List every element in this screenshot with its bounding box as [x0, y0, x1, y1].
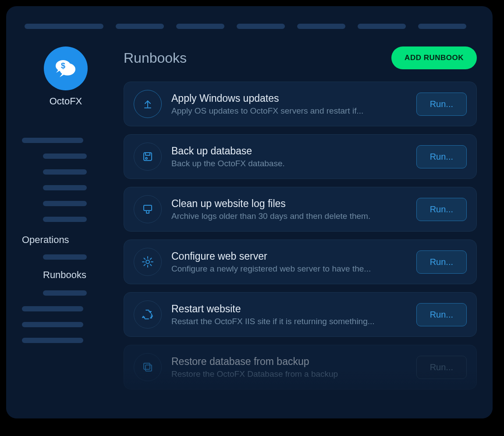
run-button[interactable]: Run...	[416, 250, 467, 274]
main-header: Runbooks ADD RUNBOOK	[124, 46, 477, 69]
runbook-description: Archive logs older than 30 days and then…	[171, 211, 407, 221]
runbook-info: Configure web serverConfigure a newly re…	[171, 250, 407, 274]
sidebar-section-operations[interactable]: Operations	[22, 231, 110, 249]
add-runbook-button[interactable]: ADD RUNBOOK	[391, 46, 477, 69]
nav-placeholder	[237, 24, 285, 29]
gear-icon	[134, 248, 162, 276]
run-button[interactable]: Run...	[416, 303, 467, 326]
svg-rect-4	[146, 153, 150, 155]
runbook-title: Restart website	[171, 303, 407, 315]
project-avatar[interactable]: $	[44, 46, 88, 90]
runbook-title: Restore database from backup	[171, 356, 407, 368]
upload-icon	[134, 90, 162, 118]
runbook-card[interactable]: Clean up website log filesArchive logs o…	[124, 187, 477, 232]
save-icon	[134, 143, 162, 171]
nav-placeholder	[43, 254, 87, 260]
svg-point-5	[146, 157, 147, 159]
run-button[interactable]: Run...	[416, 93, 467, 116]
runbook-card[interactable]: Configure web serverConfigure a newly re…	[124, 239, 477, 284]
runbook-card[interactable]: Restart websiteRestart the OctoFX IIS si…	[124, 292, 477, 337]
run-button[interactable]: Run...	[416, 145, 467, 168]
runbook-title: Configure web server	[171, 250, 407, 262]
runbook-description: Apply OS updates to OctoFX servers and r…	[171, 106, 407, 116]
sidebar: $ OctoFX Operations Runbooks	[22, 46, 110, 405]
nav-placeholder	[22, 138, 83, 143]
nav-placeholder	[22, 322, 83, 327]
svg-rect-8	[144, 363, 150, 369]
nav-placeholder	[43, 201, 87, 206]
nav-placeholder	[176, 24, 224, 29]
runbook-card[interactable]: Restore database from backupRestore the …	[124, 345, 477, 390]
nav-placeholder	[22, 338, 83, 343]
svg-rect-6	[144, 205, 152, 211]
runbook-description: Back up the OctoFX database.	[171, 159, 407, 168]
runbook-title: Apply Windows updates	[171, 93, 407, 104]
nav-placeholder	[25, 24, 103, 29]
recycle-icon	[134, 300, 162, 329]
nav-placeholder	[43, 185, 87, 190]
brush-icon	[134, 195, 162, 223]
svg-rect-3	[144, 153, 152, 161]
svg-point-7	[146, 260, 149, 264]
nav-placeholder	[43, 154, 87, 159]
copy-icon	[134, 353, 162, 381]
top-nav	[6, 6, 493, 29]
nav-placeholder	[358, 24, 406, 29]
nav-placeholder	[43, 217, 87, 222]
runbook-card[interactable]: Apply Windows updatesApply OS updates to…	[124, 82, 477, 126]
runbook-info: Back up databaseBack up the OctoFX datab…	[171, 145, 407, 168]
main-content: Runbooks ADD RUNBOOK Apply Windows updat…	[114, 46, 477, 405]
runbook-description: Restore the OctoFX Database from a backu…	[171, 369, 407, 379]
runbook-info: Apply Windows updatesApply OS updates to…	[171, 93, 407, 116]
nav-placeholder	[43, 169, 87, 175]
runbook-title: Back up database	[171, 145, 407, 157]
runbook-description: Configure a newly registered web server …	[171, 264, 407, 274]
svg-rect-9	[146, 365, 152, 371]
runbook-title: Clean up website log files	[171, 198, 407, 210]
runbook-info: Clean up website log filesArchive logs o…	[171, 198, 407, 221]
run-button[interactable]: Run...	[416, 356, 467, 379]
runbook-description: Restart the OctoFX IIS site if it is ret…	[171, 317, 407, 326]
nav-placeholder	[22, 306, 83, 311]
chat-dollar-icon: $	[53, 56, 78, 81]
project-name: OctoFX	[22, 96, 110, 107]
svg-text:$: $	[61, 61, 65, 70]
app-window: $ OctoFX Operations Runbooks Runbooks AD…	[6, 6, 493, 418]
runbook-info: Restore database from backupRestore the …	[171, 356, 407, 379]
runbook-info: Restart websiteRestart the OctoFX IIS si…	[171, 303, 407, 326]
runbook-card[interactable]: Back up databaseBack up the OctoFX datab…	[124, 134, 477, 179]
run-button[interactable]: Run...	[416, 198, 467, 221]
sidebar-item-runbooks[interactable]: Runbooks	[22, 266, 110, 284]
nav-placeholder	[116, 24, 164, 29]
nav-placeholder	[43, 290, 87, 296]
nav-placeholder	[418, 24, 466, 29]
nav-placeholder	[297, 24, 345, 29]
page-title: Runbooks	[124, 50, 187, 66]
runbook-list: Apply Windows updatesApply OS updates to…	[124, 82, 477, 390]
